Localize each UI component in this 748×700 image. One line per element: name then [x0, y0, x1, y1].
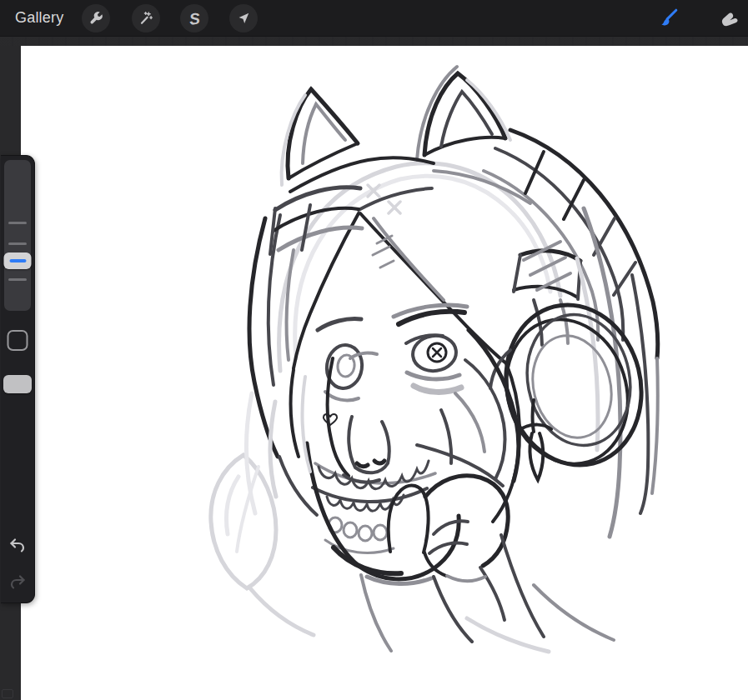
- modify-button[interactable]: [8, 330, 28, 351]
- artwork-svg: [21, 46, 748, 700]
- brush-size-handle[interactable]: [4, 252, 32, 269]
- paintbrush-icon: [655, 6, 680, 31]
- redo-icon: [8, 572, 28, 592]
- selection-button[interactable]: S: [180, 4, 208, 32]
- undo-button[interactable]: [6, 533, 29, 557]
- redo-button[interactable]: [6, 570, 29, 593]
- transform-button[interactable]: [229, 4, 258, 32]
- adjustments-button[interactable]: [132, 4, 160, 32]
- top-toolbar: Gallery S: [0, 0, 748, 37]
- magic-wand-icon: [138, 10, 154, 27]
- selection-s-icon: S: [188, 10, 201, 27]
- size-tick: [8, 278, 27, 281]
- transform-arrow-icon: [235, 10, 252, 27]
- corner-grid-icon: [2, 689, 13, 698]
- sidebar-panel: [1, 155, 35, 603]
- size-tick: [8, 242, 27, 245]
- paint-tool-button[interactable]: [655, 5, 681, 32]
- wrench-icon: [88, 10, 104, 27]
- brush-size-slider[interactable]: [4, 160, 31, 311]
- gallery-button[interactable]: Gallery: [15, 0, 63, 36]
- undo-icon: [8, 535, 28, 555]
- size-handle-accent-dash: [9, 259, 26, 263]
- actions-button[interactable]: [82, 4, 110, 32]
- smudge-tool-button[interactable]: [715, 5, 742, 32]
- size-tick: [8, 222, 27, 224]
- drawing-canvas[interactable]: [21, 46, 748, 700]
- workspace-background: [0, 36, 748, 46]
- smudge-finger-icon: [717, 7, 740, 30]
- opacity-handle[interactable]: [3, 375, 32, 393]
